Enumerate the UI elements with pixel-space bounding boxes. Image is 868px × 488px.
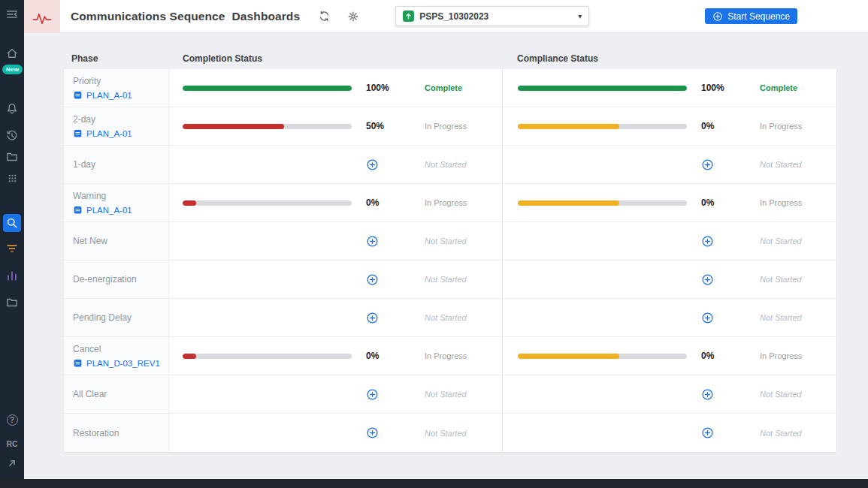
completion-cell: 0%In Progress: [169, 184, 502, 221]
add-plan-icon[interactable]: [701, 235, 714, 248]
status-label: Not Started: [760, 390, 802, 399]
phase-cell: Pending Delay: [64, 299, 169, 336]
user-initials[interactable]: RC: [5, 437, 19, 450]
status-label: Complete: [425, 83, 462, 92]
sequence-dropdown-value: PSPS_10302023: [419, 11, 488, 22]
add-plan-icon[interactable]: [366, 158, 379, 171]
plan-link[interactable]: PLAN_A-01: [73, 205, 164, 215]
sidebar: New ?RC: [0, 0, 24, 488]
plan-link[interactable]: PLAN_D-03_REV1: [73, 358, 164, 368]
progress-track: [518, 86, 687, 91]
start-sequence-label: Start Sequence: [727, 11, 790, 22]
column-header-completion: Completion Status: [169, 53, 502, 64]
refresh-icon[interactable]: [318, 10, 331, 23]
progress-fill: [518, 200, 619, 206]
search-icon[interactable]: [3, 214, 21, 232]
compliance-cell: Not Started: [502, 414, 836, 452]
phase-label: Warning: [73, 191, 164, 201]
plan-name: PLAN_D-03_REV1: [86, 359, 160, 368]
filter-icon[interactable]: [5, 242, 19, 255]
compliance-cell: 100%Complete: [502, 69, 836, 107]
completion-cell: Not Started: [169, 261, 502, 298]
app-header: Communications Sequence Dashboards PSPS_…: [24, 0, 868, 33]
add-plan-icon[interactable]: [701, 158, 714, 171]
status-label: Not Started: [425, 429, 467, 438]
phase-label: 1-day: [73, 159, 164, 170]
percent-label: 0%: [687, 121, 760, 131]
compliance-cell: Not Started: [502, 222, 836, 260]
table-row: WarningPLAN_A-010%In Progress0%In Progre…: [64, 184, 836, 222]
phase-label: 2-day: [73, 114, 164, 125]
plus-circle-icon: [712, 11, 723, 22]
phase-cell: 2-dayPLAN_A-01: [64, 107, 169, 145]
status-label: In Progress: [425, 198, 467, 207]
compliance-cell: Not Started: [502, 375, 836, 413]
add-plan-icon[interactable]: [701, 312, 714, 324]
new-badge[interactable]: New: [2, 65, 23, 74]
compliance-cell: Not Started: [502, 299, 836, 336]
add-plan-icon[interactable]: [701, 388, 714, 401]
status-label: Not Started: [425, 390, 467, 399]
sequence-dropdown[interactable]: PSPS_10302023 ▾: [395, 6, 589, 26]
phase-label: Cancel: [73, 344, 164, 354]
bar-area: [518, 354, 687, 359]
percent-label: 100%: [352, 83, 425, 93]
completion-cell: Not Started: [169, 299, 502, 336]
bar-chart-icon[interactable]: [5, 269, 19, 282]
plan-link[interactable]: PLAN_A-01: [73, 90, 164, 100]
bar-area: [183, 86, 352, 91]
add-plan-icon[interactable]: [701, 426, 714, 439]
progress-track: [183, 354, 352, 359]
phase-cell: WarningPLAN_A-01: [64, 184, 169, 221]
completion-cell: 50%In Progress: [169, 107, 502, 145]
progress-fill: [183, 86, 352, 91]
progress-fill: [183, 354, 196, 359]
phase-table: PriorityPLAN_A-01100%Complete100%Complet…: [64, 69, 836, 452]
status-label: In Progress: [425, 351, 467, 360]
bar-area: [518, 124, 687, 129]
history-icon[interactable]: [5, 129, 19, 143]
bar-area: [183, 354, 352, 359]
status-label: Not Started: [760, 313, 802, 322]
app-logo-pulse-icon: [24, 0, 60, 33]
phase-cell: Restoration: [64, 414, 169, 452]
help-icon[interactable]: ?: [5, 413, 19, 426]
table-row: De-energizationNot StartedNot Started: [64, 261, 836, 299]
status-label: In Progress: [760, 198, 802, 207]
collapse-menu-icon[interactable]: [5, 8, 19, 21]
plan-name: PLAN_A-01: [86, 91, 132, 100]
add-plan-icon[interactable]: [366, 388, 379, 401]
folder-2-icon[interactable]: [5, 296, 19, 309]
plan-link[interactable]: PLAN_A-01: [73, 128, 164, 138]
phase-label: All Clear: [73, 389, 164, 399]
phase-cell: CancelPLAN_D-03_REV1: [64, 337, 169, 375]
status-label: In Progress: [760, 351, 802, 360]
add-plan-icon[interactable]: [366, 312, 379, 324]
settings-gear-icon[interactable]: [347, 11, 359, 23]
home-icon[interactable]: [5, 47, 19, 60]
external-link-icon[interactable]: [5, 456, 19, 470]
column-header-phase: Phase: [64, 53, 169, 64]
percent-label: 0%: [352, 351, 425, 361]
compliance-cell: 0%In Progress: [502, 337, 836, 375]
progress-fill: [183, 200, 196, 206]
completion-cell: 0%In Progress: [169, 337, 502, 375]
add-plan-icon[interactable]: [366, 273, 379, 286]
completion-cell: Not Started: [169, 146, 502, 183]
percent-label: 100%: [687, 83, 760, 93]
add-plan-icon[interactable]: [366, 426, 379, 439]
progress-fill: [183, 124, 284, 129]
phase-label: De-energization: [73, 274, 164, 285]
add-plan-icon[interactable]: [366, 235, 379, 248]
folder-icon[interactable]: [5, 150, 19, 164]
add-plan-icon[interactable]: [701, 273, 714, 286]
compliance-cell: 0%In Progress: [502, 107, 836, 145]
plan-doc-icon: [73, 90, 83, 100]
completion-cell: 100%Complete: [169, 69, 502, 107]
progress-track: [183, 86, 352, 91]
status-label: Complete: [760, 83, 797, 92]
apps-grid-icon[interactable]: [5, 171, 19, 185]
chevron-down-icon: ▾: [578, 12, 582, 20]
notifications-bell-icon[interactable]: [5, 102, 19, 116]
start-sequence-button[interactable]: Start Sequence: [705, 8, 797, 24]
